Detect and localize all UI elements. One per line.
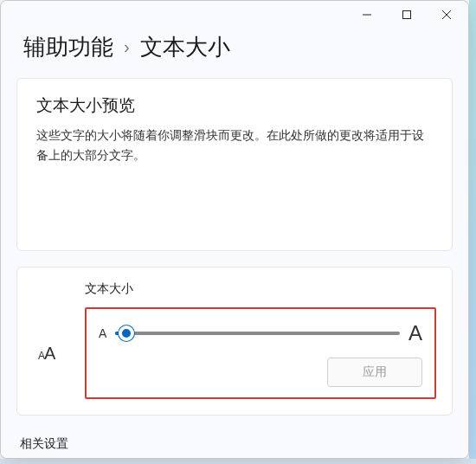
- maximize-button[interactable]: [387, 2, 427, 28]
- text-size-icon: AA: [33, 344, 85, 364]
- slider-thumb[interactable]: [119, 325, 134, 341]
- svg-rect-0: [403, 11, 411, 19]
- breadcrumb-current: 文本大小: [140, 32, 230, 62]
- text-size-slider[interactable]: [115, 332, 400, 335]
- preview-body: 这些文字的大小将随着你调整滑块而更改。在此处所做的更改将适用于设备上的大部分文字…: [36, 126, 433, 165]
- text-size-slider-card: 文本大小 AA A A 应用: [16, 267, 453, 416]
- slider-min-label: A: [99, 326, 106, 340]
- related-settings-heading: 相关设置: [16, 431, 453, 458]
- slider-highlight-box: A A 应用: [85, 307, 436, 399]
- slider-max-label: A: [408, 321, 422, 345]
- breadcrumb: 辅助功能 › 文本大小: [1, 29, 468, 78]
- slider-label: 文本大小: [33, 281, 436, 297]
- settings-window: 辅助功能 › 文本大小 文本大小预览 这些文字的大小将随着你调整滑块而更改。在此…: [0, 0, 469, 459]
- minimize-button[interactable]: [347, 2, 387, 28]
- preview-heading: 文本大小预览: [36, 94, 433, 117]
- chevron-right-icon: ›: [122, 37, 132, 57]
- close-button[interactable]: [427, 2, 466, 28]
- apply-button[interactable]: 应用: [327, 358, 422, 387]
- titlebar: [1, 1, 468, 29]
- breadcrumb-parent[interactable]: 辅助功能: [23, 32, 113, 62]
- text-size-preview-card: 文本大小预览 这些文字的大小将随着你调整滑块而更改。在此处所做的更改将适用于设备…: [16, 78, 453, 251]
